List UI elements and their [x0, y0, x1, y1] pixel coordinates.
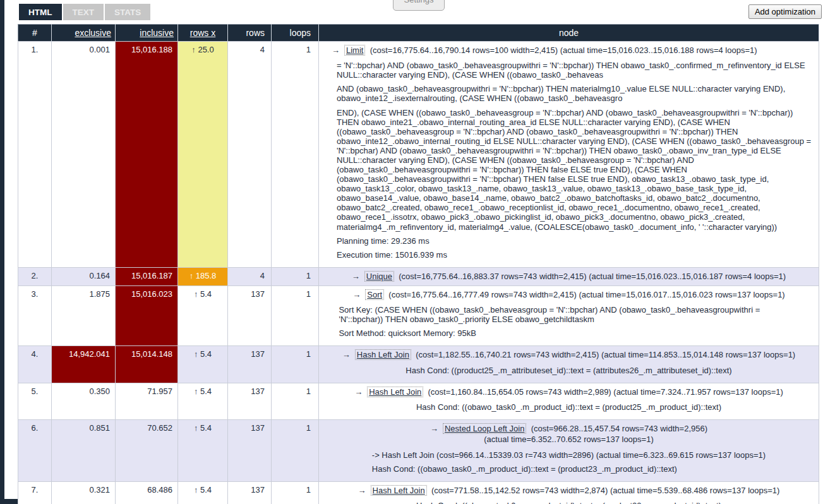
node-type-link[interactable]: Nested Loop Left Join	[443, 423, 526, 434]
node-cell: →Nested Loop Left Join (cost=966.28..15,…	[319, 420, 819, 482]
node-details: -> Hash Left Join (cost=966.14..15339.03…	[321, 446, 816, 478]
rows-value: 137	[228, 420, 272, 482]
loops-value: 1	[272, 267, 319, 285]
node-head-line-2: (actual time=6.352..70.652 rows=137 loop…	[321, 435, 816, 445]
plan-row: 7.0.32168.486↑ 5.41371→Hash Left Join (c…	[18, 481, 819, 504]
node-details: Hash Cond: ((obawo_task0_.m_product_id):…	[321, 398, 816, 416]
row-number: 3.	[18, 285, 52, 345]
node-type-link[interactable]: Hash Left Join	[371, 485, 427, 496]
loops-value: 1	[272, 346, 319, 383]
node-type-link[interactable]: Hash Left Join	[355, 349, 411, 360]
node-detail-line: Hash Cond: ((obawo_task0_.m_product_id):…	[416, 402, 721, 412]
node-arrow-icon: →	[332, 45, 340, 55]
column-header-num: #	[18, 25, 52, 42]
node-head-line: →Unique (cost=16,775.64..16,883.37 rows=…	[321, 272, 816, 282]
up-arrow-icon: ↑	[194, 289, 200, 299]
node-details: = 'N'::bpchar) AND (obawo_task0_.behavea…	[332, 56, 816, 263]
rows-x-number: 5.4	[200, 485, 212, 495]
rows-x-value: ↑ 25.0	[178, 42, 228, 268]
node-details-box: Sort Key: (CASE WHEN ((obawo_task0_.beha…	[339, 301, 798, 342]
column-header-label: #	[32, 28, 37, 38]
exclusive-value: 14,942.041	[52, 346, 116, 383]
node-detail-line: Hash Cond: ((obawo_task0_.m_product_id):…	[372, 464, 766, 474]
node-details: Hash Cond: ((product25_.m_attributeset_i…	[321, 361, 816, 380]
node-arrow-icon: →	[358, 486, 366, 495]
rows-value: 4	[228, 42, 272, 268]
node-type-link[interactable]: Hash Left Join	[367, 387, 423, 397]
node-cost-text: (cost=1,160.84..15,654.05 rows=743 width…	[423, 387, 783, 397]
plan-row: 6.0.85170.652↑ 5.41371→Nested Loop Left …	[18, 420, 819, 482]
rows-x-value: ↑ 185.8	[178, 267, 228, 285]
column-header-loops: loops	[272, 25, 319, 42]
inclusive-value: 15,016.187	[116, 267, 178, 285]
node-head-line: →Nested Loop Left Join (cost=966.28..15,…	[321, 424, 816, 434]
plan-row: 3.1.87515,016.023↑ 5.41371→Sort (cost=16…	[18, 285, 819, 345]
node-details-box: = 'N'::bpchar) AND (obawo_task0_.behavea…	[337, 56, 816, 263]
column-header-label: loops	[290, 28, 311, 38]
node-detail-line: = 'N'::bpchar) AND (obawo_task0_.behavea…	[337, 61, 816, 80]
node-details-box: -> Hash Left Join (cost=966.14..15339.03…	[372, 446, 766, 478]
inclusive-value: 15,014.148	[116, 346, 178, 383]
node-details-box: Hash Cond: ((obawo_task0_.m_product_id):…	[416, 398, 721, 416]
node-detail-line: Sort Method: quicksort Memory: 95kB	[339, 328, 798, 338]
exclusive-value: 0.851	[52, 420, 116, 482]
tab-stats[interactable]: STATS	[105, 4, 150, 20]
column-header-label[interactable]: inclusive	[140, 28, 174, 38]
row-number: 7.	[18, 481, 52, 504]
node-detail-line: Planning time: 29.236 ms	[337, 236, 816, 246]
settings-button[interactable]: Settings	[393, 0, 445, 11]
column-header-inclusive[interactable]: inclusive	[116, 25, 178, 42]
column-header-exclusive[interactable]: exclusive	[52, 25, 116, 42]
node-arrow-icon: →	[342, 350, 351, 359]
node-cost-text: (cost=1,182.55..16,740.21 rows=743 width…	[411, 350, 795, 359]
exclusive-value: 0.001	[52, 42, 116, 268]
column-header-node: node	[319, 25, 819, 42]
up-arrow-icon: ↑	[189, 271, 196, 280]
node-type-link[interactable]: Unique	[364, 271, 394, 282]
page: Settings Add optimization HTMLTEXTSTATS …	[0, 0, 823, 504]
tab-html[interactable]: HTML	[19, 4, 62, 20]
node-arrow-icon: →	[430, 424, 438, 433]
exclusive-value: 0.321	[52, 481, 116, 504]
inclusive-value: 71.957	[116, 383, 178, 419]
node-type-link[interactable]: Limit	[344, 45, 365, 56]
exclusive-value: 0.164	[52, 267, 116, 285]
loops-value: 1	[272, 42, 319, 268]
up-arrow-icon: ↑	[194, 349, 200, 359]
add-optimization-button[interactable]: Add optimization	[748, 4, 822, 19]
loops-value: 1	[272, 481, 319, 504]
up-arrow-icon: ↑	[194, 423, 200, 433]
node-cell: →Sort (cost=16,775.64..16,777.49 rows=74…	[319, 285, 819, 345]
column-header-label[interactable]: exclusive	[75, 28, 111, 38]
node-head-line: →Hash Left Join (cost=1,160.84..15,654.0…	[321, 387, 816, 397]
inclusive-value: 68.486	[116, 481, 178, 504]
node-type-link[interactable]: Sort	[365, 289, 384, 300]
column-header-label[interactable]: rows x	[190, 28, 215, 38]
node-details: Sort Key: (CASE WHEN ((obawo_task0_.beha…	[321, 301, 816, 342]
exclusive-value: 0.350	[52, 383, 116, 419]
rows-value: 137	[228, 346, 272, 383]
column-header-rows-x[interactable]: rows x	[178, 25, 228, 42]
plan-table: #exclusiveinclusiverows xrowsloopsnode 1…	[18, 24, 819, 504]
left-edge-strip	[0, 0, 4, 504]
rows-x-value: ↑ 5.4	[178, 420, 228, 482]
plan-body: 1.0.00115,016.188↑ 25.041→Limit (cost=16…	[18, 42, 819, 504]
rows-x-value: ↑ 5.4	[178, 481, 228, 504]
node-cost-text: (cost=16,775.64..16,777.49 rows=743 widt…	[384, 290, 785, 299]
rows-value: 4	[228, 267, 272, 285]
plan-row: 4.14,942.04115,014.148↑ 5.41371→Hash Lef…	[18, 346, 819, 383]
tab-text[interactable]: TEXT	[63, 4, 104, 20]
node-head-line: →Limit (cost=16,775.64..16,790.14 rows=1…	[332, 45, 816, 56]
row-number: 4.	[18, 346, 52, 383]
row-number: 6.	[18, 420, 52, 482]
column-header-label: rows	[246, 28, 265, 38]
inclusive-value: 70.652	[116, 420, 178, 482]
node-cell: →Hash Left Join (cost=771.58..15,142.52 …	[319, 481, 819, 504]
inclusive-value: 15,016.023	[116, 285, 178, 345]
node-head-line: →Sort (cost=16,775.64..16,777.49 rows=74…	[321, 290, 816, 300]
node-details: Hash Cond: ((obawo_task0_.m_product_id):…	[321, 496, 816, 504]
plan-row: 1.0.00115,016.188↑ 25.041→Limit (cost=16…	[18, 42, 819, 268]
node-head-line: →Hash Left Join (cost=771.58..15,142.52 …	[321, 486, 816, 496]
rows-x-number: 5.4	[200, 349, 212, 359]
rows-value: 137	[228, 285, 272, 345]
